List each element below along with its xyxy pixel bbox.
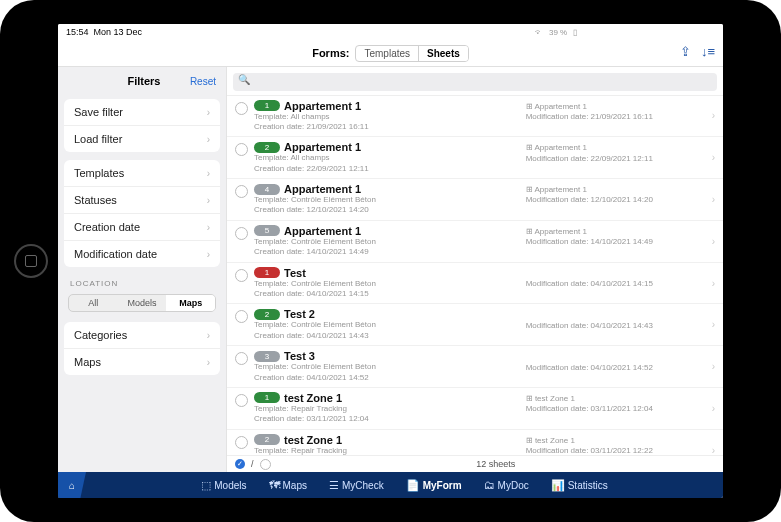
myform-icon: 📄 [406,479,420,492]
sheet-modified: Modification date: 12/10/2021 14:20 [526,195,706,205]
maps-icon: 🗺 [269,479,280,491]
row-select-radio[interactable] [235,102,248,115]
filter-row-categories[interactable]: Categories› [64,322,220,349]
sheet-modified: Modification date: 22/09/2021 12:11 [526,154,706,164]
seg-sheets[interactable]: Sheets [418,46,468,61]
filter-row-statuses[interactable]: Statuses› [64,187,220,214]
sheet-count: 12 sheets [277,459,715,469]
row-select-radio[interactable] [235,143,248,156]
nav-tab-mycheck[interactable]: ☰MyCheck [325,477,388,494]
nav-tab-statistics[interactable]: 📊Statistics [547,477,612,494]
sheet-created: Creation date: 22/09/2021 12:11 [254,164,526,174]
sheet-created: Creation date: 04/10/2021 14:43 [254,331,526,341]
sheet-title: Test 2 [284,308,315,320]
sheet-template: Template: Contrôle Elément Béton [254,320,526,330]
list-footer: ✓ / 12 sheets [227,455,723,472]
home-tab[interactable]: ⌂ [58,472,86,498]
status-badge: 2 [254,142,280,153]
loc-seg-models[interactable]: Models [118,295,167,311]
sheet-template: Template: All champs [254,153,526,163]
deselect-all-icon[interactable] [260,459,271,470]
sheet-row[interactable]: 1Appartement 1Template: All champsCreati… [227,96,723,138]
sheet-title: Appartement 1 [284,183,361,195]
sheet-template: Template: Contrôle Elément Béton [254,237,526,247]
reset-button[interactable]: Reset [190,76,216,87]
select-all-icon[interactable]: ✓ [235,459,245,469]
filter-row-maps[interactable]: Maps› [64,349,220,375]
seg-templates[interactable]: Templates [356,46,418,61]
sheet-row[interactable]: 3Test 3Template: Contrôle Elément BétonC… [227,346,723,388]
status-badge: 2 [254,309,280,320]
sheet-row[interactable]: 2test Zone 1Template: Repair TrackingCre… [227,430,723,455]
sheet-title: Appartement 1 [284,225,361,237]
wifi-icon: ᯤ [535,28,543,38]
filters-sidebar: Filters Reset Save filter›Load filter› T… [58,67,227,472]
sheets-list[interactable]: 1Appartement 1Template: All champsCreati… [227,96,723,456]
sheet-created: Creation date: 12/10/2021 14:20 [254,205,526,215]
row-select-radio[interactable] [235,352,248,365]
bottom-nav: ⌂ ⬚Models🗺Maps☰MyCheck📄MyForm🗂MyDoc📊Stat… [58,472,723,498]
chevron-right-icon: › [712,152,715,163]
nav-tab-mydoc[interactable]: 🗂MyDoc [480,477,533,494]
filter-row-creation-date[interactable]: Creation date› [64,214,220,241]
search-input[interactable] [233,73,717,91]
row-select-radio[interactable] [235,436,248,449]
filter-row-load-filter[interactable]: Load filter› [64,126,220,152]
chevron-right-icon: › [712,194,715,205]
status-time: 15:54 [66,27,89,37]
status-badge: 3 [254,351,280,362]
chevron-right-icon: › [207,195,210,206]
location-segmented-control[interactable]: All Models Maps [68,294,216,312]
nav-tab-models[interactable]: ⬚Models [197,477,250,494]
row-select-radio[interactable] [235,185,248,198]
status-badge: 5 [254,225,280,236]
sheet-modified: Modification date: 21/09/2021 16:11 [526,112,706,122]
filter-row-templates[interactable]: Templates› [64,160,220,187]
sheet-title: test Zone 1 [284,434,342,446]
header-title: Forms: [312,47,349,59]
sheet-title: Test 3 [284,350,315,362]
sheet-row[interactable]: 1test Zone 1Template: Repair TrackingCre… [227,388,723,430]
sheet-title: Test [284,267,306,279]
filter-row-save-filter[interactable]: Save filter› [64,99,220,126]
status-badge: 1 [254,267,280,278]
loc-seg-maps[interactable]: Maps [166,295,215,311]
chevron-right-icon: › [207,168,210,179]
sheet-modified: Modification date: 03/11/2021 12:22 [526,446,706,455]
chevron-right-icon: › [712,361,715,372]
share-icon[interactable]: ⇪ [680,44,691,59]
status-badge: 4 [254,184,280,195]
sheet-created: Creation date: 04/10/2021 14:52 [254,373,526,383]
sheet-row[interactable]: 2Appartement 1Template: All champsCreati… [227,137,723,179]
sheet-modified: Modification date: 04/10/2021 14:15 [526,279,706,289]
sheet-created: Creation date: 14/10/2021 14:49 [254,247,526,257]
row-select-radio[interactable] [235,310,248,323]
sheet-template: Template: Repair Tracking [254,446,526,455]
sheet-row[interactable]: 2Test 2Template: Contrôle Elément BétonC… [227,304,723,346]
sheet-modified: Modification date: 03/11/2021 12:04 [526,404,706,414]
sheet-title: Appartement 1 [284,141,361,153]
sheet-row[interactable]: 5Appartement 1Template: Contrôle Elément… [227,221,723,263]
nav-tab-maps[interactable]: 🗺Maps [265,477,311,494]
forms-segmented-control[interactable]: Templates Sheets [355,45,468,62]
sort-icon[interactable]: ↓≡ [701,44,715,59]
sheet-row[interactable]: 1TestTemplate: Contrôle Elément BétonCre… [227,263,723,305]
location-section-label: LOCATION [58,271,226,290]
sheet-row[interactable]: 4Appartement 1Template: Contrôle Elément… [227,179,723,221]
chevron-right-icon: › [207,249,210,260]
sheet-created: Creation date: 03/11/2021 12:04 [254,414,526,424]
row-select-radio[interactable] [235,227,248,240]
loc-seg-all[interactable]: All [69,295,118,311]
sheet-created: Creation date: 21/09/2021 16:11 [254,122,526,132]
device-home-button[interactable] [14,244,48,278]
filter-row-modification-date[interactable]: Modification date› [64,241,220,267]
chevron-right-icon: › [207,357,210,368]
row-select-radio[interactable] [235,269,248,282]
chevron-right-icon: › [207,330,210,341]
nav-tab-myform[interactable]: 📄MyForm [402,477,466,494]
chevron-right-icon: › [207,134,210,145]
row-select-radio[interactable] [235,394,248,407]
chevron-right-icon: › [712,403,715,414]
chevron-right-icon: › [712,319,715,330]
header-bar: Forms: Templates Sheets ⇪ ↓≡ [58,40,723,67]
